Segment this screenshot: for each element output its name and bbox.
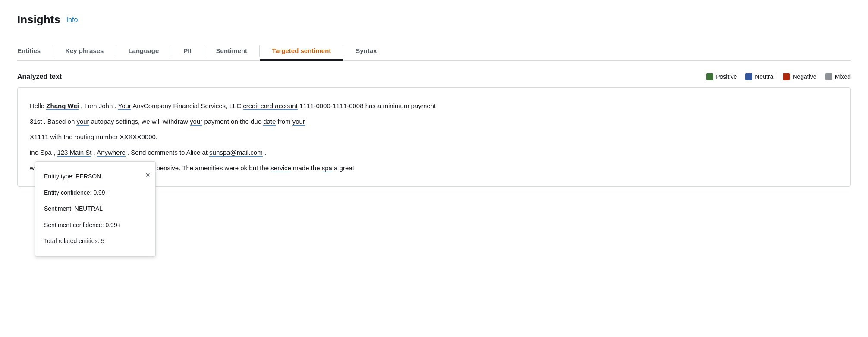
negative-label: Negative	[793, 73, 816, 80]
entity-your-4[interactable]: your	[292, 118, 305, 126]
tooltip-entity-confidence: Entity confidence: 0.99+	[44, 186, 147, 200]
text-a-great: a great	[334, 164, 354, 172]
positive-dot	[706, 73, 713, 80]
text-i-am-john: , I am John .	[81, 102, 118, 109]
page-header: Insights Info	[17, 13, 851, 26]
mixed-label: Mixed	[835, 73, 851, 80]
entity-service[interactable]: service	[270, 164, 291, 172]
tab-sentiment[interactable]: Sentiment	[204, 42, 260, 61]
mixed-dot	[825, 73, 832, 80]
info-link[interactable]: Info	[66, 16, 78, 24]
page-title: Insights	[17, 13, 60, 26]
text-autopay: autopay settings, we will withdraw	[91, 118, 190, 125]
entity-your-1[interactable]: Your	[118, 102, 131, 110]
text-anycompany: AnyCompany Financial Services, LLC	[132, 102, 243, 109]
tooltip-sentiment-confidence: Sentiment confidence: 0.99+	[44, 218, 147, 233]
text-ine-spa: ine Spa ,	[30, 149, 57, 156]
legend-mixed: Mixed	[825, 73, 851, 80]
tooltip-close-button[interactable]: ×	[145, 166, 150, 184]
negative-dot	[783, 73, 790, 80]
tab-entities[interactable]: Entities	[17, 42, 53, 61]
text-made-the: made the	[293, 164, 322, 172]
entity-zhang-wei[interactable]: Zhang Wei	[46, 102, 79, 110]
page-container: Insights Info Entities Key phrases Langu…	[0, 0, 868, 337]
analyzed-text-header: Analyzed text Positive Neutral Negative …	[17, 73, 851, 81]
entity-tooltip-popup: × Entity type: PERSON Entity confidence:…	[35, 161, 156, 257]
tab-syntax[interactable]: Syntax	[343, 42, 389, 61]
text-content-box: Hello Zhang Wei , I am John . Your AnyCo…	[17, 87, 851, 187]
tab-targeted-sentiment[interactable]: Targeted sentiment	[260, 42, 343, 61]
neutral-dot	[745, 73, 752, 80]
tooltip-entity-type: Entity type: PERSON	[44, 169, 147, 184]
text-account-number: 1111-0000-1111-0008 has a minimum paymen…	[299, 102, 436, 109]
text-from: from	[278, 118, 292, 125]
entity-spa[interactable]: spa	[322, 164, 332, 172]
tab-pii[interactable]: PII	[171, 42, 203, 61]
text-period-4: .	[264, 149, 266, 156]
tooltip-total-related: Total related entities: 5	[44, 234, 147, 249]
text-send-comments: . Send comments to Alice at	[127, 149, 209, 156]
neutral-label: Neutral	[755, 73, 774, 80]
entity-anywhere[interactable]: Anywhere	[97, 149, 126, 157]
tab-language[interactable]: Language	[116, 42, 171, 61]
entity-date[interactable]: date	[263, 118, 276, 126]
entity-123-main-st[interactable]: 123 Main St	[57, 149, 91, 157]
positive-label: Positive	[716, 73, 737, 80]
text-31st: 31st . Based on	[30, 118, 76, 125]
tabs-container: Entities Key phrases Language PII Sentim…	[17, 42, 851, 61]
entity-credit-card-account[interactable]: credit card account	[243, 102, 298, 110]
text-comma-anywhere: ,	[94, 149, 97, 156]
tab-key-phrases[interactable]: Key phrases	[53, 42, 116, 61]
text-account-x1111: X1111 with the routing number XXXXX0000.	[30, 133, 157, 140]
text-payment-on: payment on the due	[204, 118, 263, 125]
legend: Positive Neutral Negative Mixed	[706, 73, 851, 80]
tooltip-sentiment: Sentiment: NEUTRAL	[44, 202, 147, 216]
legend-negative: Negative	[783, 73, 816, 80]
entity-sunspa-email[interactable]: sunspa@mail.com	[209, 149, 263, 157]
analyzed-text-label: Analyzed text	[17, 73, 62, 81]
entity-your-2[interactable]: your	[76, 118, 89, 126]
text-hello: Hello	[30, 102, 46, 109]
legend-positive: Positive	[706, 73, 737, 80]
entity-your-3[interactable]: your	[190, 118, 202, 126]
legend-neutral: Neutral	[745, 73, 774, 80]
